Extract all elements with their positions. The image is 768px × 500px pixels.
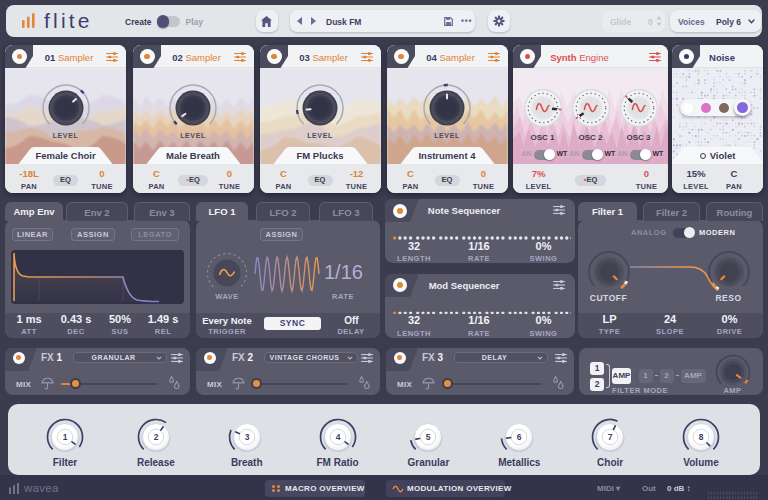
svg-text:7: 7 bbox=[608, 432, 613, 442]
svg-text:2: 2 bbox=[153, 432, 158, 442]
svg-text:3: 3 bbox=[244, 432, 249, 442]
svg-text:8: 8 bbox=[699, 432, 704, 442]
svg-text:6: 6 bbox=[517, 432, 522, 442]
svg-text:5: 5 bbox=[426, 432, 431, 442]
svg-text:1: 1 bbox=[63, 432, 68, 442]
svg-text:4: 4 bbox=[335, 432, 340, 442]
